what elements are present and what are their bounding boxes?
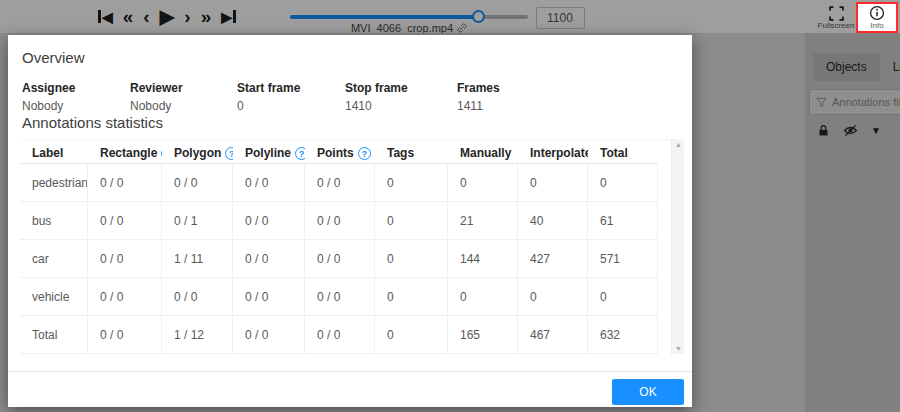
info-label: Info xyxy=(870,22,883,30)
table-body: pedestrian0 / 00 / 00 / 00 / 00000bus0 /… xyxy=(20,164,684,354)
field-reviewer: Reviewer Nobody xyxy=(130,81,183,113)
column-header-label: Polygon xyxy=(174,146,221,160)
help-icon[interactable]: ? xyxy=(295,147,305,160)
stat-cell: 0 / 0 xyxy=(88,316,162,354)
column-header-label: Total xyxy=(600,146,628,160)
stat-cell: 0 xyxy=(375,316,448,354)
stat-cell: 0 xyxy=(375,164,448,202)
column-header-label: Label xyxy=(32,146,63,160)
stat-cell: 21 xyxy=(448,202,518,240)
stat-cell: 0 xyxy=(518,164,588,202)
stat-cell: 0 xyxy=(375,202,448,240)
annotations-statistics-table: LabelRectangle?Polygon?Polyline?Points?T… xyxy=(20,139,684,355)
field-label: Reviewer xyxy=(130,81,183,95)
column-header-label: Tags xyxy=(387,146,414,160)
column-header-rectangle: Rectangle? xyxy=(88,140,162,164)
scroll-down-icon[interactable]: ▼ xyxy=(672,345,685,352)
stat-cell: 0 / 0 xyxy=(305,316,375,354)
stat-cell: 144 xyxy=(448,240,518,278)
field-label: Start frame xyxy=(237,81,300,95)
row-label: bus xyxy=(20,202,88,240)
stat-cell: 1 / 12 xyxy=(162,316,233,354)
stat-cell: 0 / 0 xyxy=(233,316,305,354)
stat-cell: 0 / 0 xyxy=(162,278,233,316)
stat-cell: 61 xyxy=(588,202,658,240)
stat-cell: 0 xyxy=(448,278,518,316)
column-header-manually: Manually xyxy=(448,140,518,164)
stat-cell: 0 / 0 xyxy=(233,240,305,278)
column-header-tags: Tags xyxy=(375,140,448,164)
row-label: car xyxy=(20,240,88,278)
field-label: Assignee xyxy=(22,81,75,95)
field-value: Nobody xyxy=(22,99,75,113)
field-assignee: Assignee Nobody xyxy=(22,81,75,113)
scroll-up-icon[interactable]: ▲ xyxy=(672,141,685,148)
modal-footer-divider xyxy=(8,371,692,372)
stat-cell: 0 / 0 xyxy=(305,278,375,316)
column-header-label: Points xyxy=(317,146,354,160)
stat-cell: 571 xyxy=(588,240,658,278)
column-header-label: Interpolated xyxy=(530,146,588,160)
stat-cell: 0 / 0 xyxy=(162,164,233,202)
table-row: pedestrian0 / 00 / 00 / 00 / 00000 xyxy=(20,164,684,202)
stat-cell: 0 / 0 xyxy=(305,240,375,278)
field-value: Nobody xyxy=(130,99,183,113)
stat-cell: 165 xyxy=(448,316,518,354)
stat-cell: 0 / 0 xyxy=(233,202,305,240)
stat-cell: 0 / 0 xyxy=(88,278,162,316)
column-header-label: Label xyxy=(20,140,88,164)
field-label: Stop frame xyxy=(345,81,408,95)
stat-cell: 0 / 0 xyxy=(305,202,375,240)
table-header-row: LabelRectangle?Polygon?Polyline?Points?T… xyxy=(20,139,684,164)
column-header-polygon: Polygon? xyxy=(162,140,233,164)
stat-cell: 467 xyxy=(518,316,588,354)
stat-cell: 632 xyxy=(588,316,658,354)
table-row: vehicle0 / 00 / 00 / 00 / 00000 xyxy=(20,278,684,316)
job-info-modal: Overview Assignee Nobody Reviewer Nobody… xyxy=(8,35,692,407)
field-value: 0 xyxy=(237,99,300,113)
column-header-interpolated: Interpolated xyxy=(518,140,588,164)
column-header-polyline: Polyline? xyxy=(233,140,305,164)
info-icon xyxy=(869,5,885,21)
table-row: Total0 / 01 / 120 / 00 / 00165467632 xyxy=(20,316,684,354)
stat-cell: 0 / 1 xyxy=(162,202,233,240)
field-value: 1410 xyxy=(345,99,408,113)
stats-title: Annotations statistics xyxy=(22,114,163,131)
column-header-label: Manually xyxy=(460,146,511,160)
stat-cell: 0 / 0 xyxy=(88,240,162,278)
table-scrollbar[interactable]: ▲ ▼ xyxy=(671,139,684,354)
info-button[interactable]: Info xyxy=(856,2,898,33)
table-row: car0 / 01 / 110 / 00 / 00144427571 xyxy=(20,240,684,278)
stat-cell: 0 / 0 xyxy=(233,278,305,316)
field-value: 1411 xyxy=(457,99,500,113)
stat-cell: 427 xyxy=(518,240,588,278)
field-frames: Frames 1411 xyxy=(457,81,500,113)
row-label: vehicle xyxy=(20,278,88,316)
column-header-total: Total xyxy=(588,140,658,164)
stat-cell: 40 xyxy=(518,202,588,240)
help-icon[interactable]: ? xyxy=(358,147,371,160)
stat-cell: 0 xyxy=(588,164,658,202)
stat-cell: 0 / 0 xyxy=(88,202,162,240)
stat-cell: 0 / 0 xyxy=(88,164,162,202)
row-label: pedestrian xyxy=(20,164,88,202)
help-icon[interactable]: ? xyxy=(225,147,233,160)
ok-button[interactable]: OK xyxy=(612,379,684,405)
stat-cell: 0 / 0 xyxy=(305,164,375,202)
column-header-label: Polyline xyxy=(245,146,291,160)
stat-cell: 0 xyxy=(375,240,448,278)
column-header-label: Rectangle xyxy=(100,146,157,160)
overview-title: Overview xyxy=(22,49,85,66)
field-start-frame: Start frame 0 xyxy=(237,81,300,113)
field-stop-frame: Stop frame 1410 xyxy=(345,81,408,113)
table-row: bus0 / 00 / 10 / 00 / 00214061 xyxy=(20,202,684,240)
stat-cell: 0 xyxy=(375,278,448,316)
stat-cell: 0 xyxy=(448,164,518,202)
row-label: Total xyxy=(20,316,88,354)
stat-cell: 0 xyxy=(588,278,658,316)
field-label: Frames xyxy=(457,81,500,95)
column-header-points: Points? xyxy=(305,140,375,164)
stat-cell: 0 / 0 xyxy=(233,164,305,202)
stat-cell: 0 xyxy=(518,278,588,316)
stat-cell: 1 / 11 xyxy=(162,240,233,278)
